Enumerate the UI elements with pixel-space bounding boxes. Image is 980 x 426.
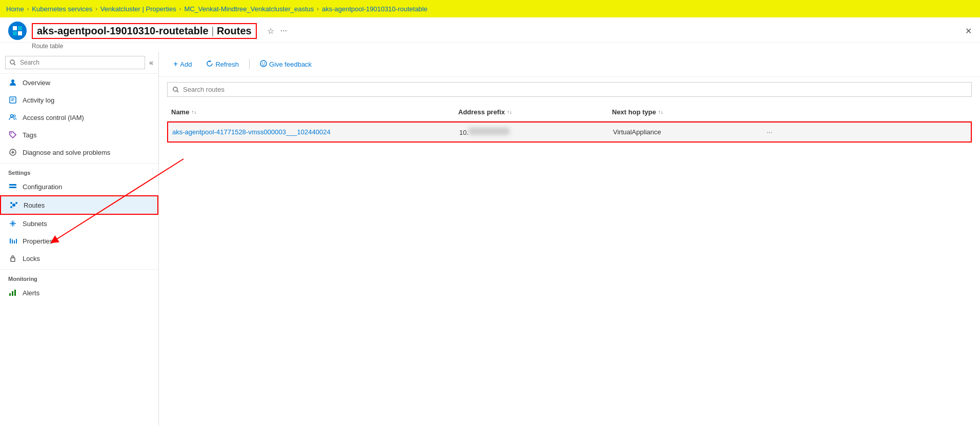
breadcrumb-sep-3: ›	[179, 6, 181, 12]
svg-rect-12	[9, 184, 16, 186]
access-control-icon	[8, 113, 17, 122]
svg-point-28	[264, 63, 265, 64]
main-content: + Add Refresh Give feedback	[159, 52, 980, 426]
svg-rect-2	[13, 31, 17, 35]
sidebar-item-diagnose[interactable]: Diagnose and solve problems	[0, 144, 158, 161]
sidebar-item-tags-label: Tags	[23, 131, 36, 139]
sidebar-item-access-control-label: Access control (IAM)	[23, 114, 84, 121]
sidebar-item-configuration[interactable]: Configuration	[0, 178, 158, 195]
svg-rect-22	[11, 258, 15, 261]
sidebar-item-routes[interactable]: Routes	[0, 195, 158, 215]
add-icon: +	[173, 59, 178, 69]
sidebar-item-properties-label: Properties	[23, 237, 53, 245]
svg-rect-25	[14, 290, 16, 296]
sidebar-item-configuration-label: Configuration	[23, 183, 62, 191]
col-nexthop-header: Next hop type ↑↓	[608, 106, 762, 118]
properties-icon	[8, 236, 17, 246]
sidebar-search-area: «	[0, 52, 158, 74]
alerts-icon	[8, 288, 17, 297]
svg-rect-0	[13, 26, 17, 30]
breadcrumb-aks[interactable]: aks-agentpool-19010310-routetable	[322, 5, 427, 13]
search-routes-area	[167, 82, 972, 97]
breadcrumb: Home › Kubernetes services › Venkatclust…	[0, 0, 980, 17]
locks-icon	[8, 254, 17, 263]
sidebar-item-overview[interactable]: Overview	[0, 74, 158, 91]
svg-rect-21	[16, 239, 17, 244]
sidebar-item-subnets[interactable]: Subnets	[0, 215, 158, 232]
main-layout: « Overview Activity log Access control (…	[0, 52, 980, 426]
sidebar-item-routes-label: Routes	[24, 201, 45, 209]
overview-icon	[8, 78, 17, 87]
toolbar-divider	[249, 59, 250, 69]
svg-rect-3	[18, 31, 22, 35]
svg-point-27	[262, 63, 263, 64]
svg-point-8	[11, 115, 13, 117]
page-title: aks-agentpool-19010310-routetable | Rout…	[37, 25, 252, 37]
svg-point-17	[10, 206, 12, 208]
col-name-header: Name ↑↓	[167, 106, 454, 118]
breadcrumb-kubernetes[interactable]: Kubernetes services	[32, 5, 92, 13]
sidebar-item-activity-log[interactable]: Activity log	[0, 91, 158, 109]
svg-rect-24	[12, 291, 13, 296]
add-button[interactable]: + Add	[167, 57, 198, 71]
header-icons: ☆ ···	[267, 26, 287, 36]
sidebar-item-properties[interactable]: Properties	[0, 232, 158, 250]
settings-section-label: Settings	[0, 163, 158, 178]
svg-point-26	[260, 60, 267, 67]
svg-rect-19	[12, 239, 13, 244]
star-icon[interactable]: ☆	[267, 26, 274, 36]
sort-address-icon[interactable]: ↑↓	[507, 109, 512, 115]
svg-point-15	[10, 202, 12, 204]
sort-name-icon[interactable]: ↑↓	[191, 109, 196, 115]
svg-rect-18	[10, 238, 11, 244]
table-area: Name ↑↓ Address prefix ↑↓ Next hop type …	[159, 77, 980, 426]
search-input[interactable]	[5, 56, 145, 69]
table-header: Name ↑↓ Address prefix ↑↓ Next hop type …	[167, 103, 972, 121]
diagnose-icon	[8, 148, 17, 157]
subnets-icon	[8, 219, 17, 228]
svg-point-14	[12, 204, 15, 207]
svg-point-10	[11, 133, 12, 134]
svg-rect-13	[9, 187, 16, 188]
sidebar-item-subnets-label: Subnets	[23, 220, 47, 228]
ellipsis-icon[interactable]: ···	[280, 26, 287, 35]
page-subtitle: Route table	[0, 43, 980, 50]
routes-icon	[9, 200, 18, 210]
row-name-cell: aks-agentpool-41771528-vmss000003___1024…	[168, 123, 455, 141]
sidebar-item-locks[interactable]: Locks	[0, 250, 158, 267]
route-name-link[interactable]: aks-agentpool-41771528-vmss000003___1024…	[172, 128, 331, 136]
svg-point-9	[13, 115, 15, 117]
page-header: aks-agentpool-19010310-routetable | Rout…	[0, 17, 980, 43]
close-button[interactable]: ✕	[965, 26, 972, 36]
breadcrumb-sep-1: ›	[27, 6, 29, 12]
sort-nexthop-icon[interactable]: ↑↓	[658, 109, 663, 115]
sidebar-item-alerts[interactable]: Alerts	[0, 284, 158, 301]
sidebar-item-diagnose-label: Diagnose and solve problems	[23, 149, 110, 156]
breadcrumb-sep-4: ›	[317, 6, 319, 12]
sidebar-item-alerts-label: Alerts	[23, 289, 39, 297]
col-address-header: Address prefix ↑↓	[454, 106, 608, 118]
row-nexthop-cell: VirtualAppliance	[609, 123, 763, 141]
breadcrumb-home[interactable]: Home	[6, 5, 24, 13]
svg-point-4	[11, 79, 14, 83]
row-address-cell: 10.	[455, 123, 609, 141]
collapse-icon[interactable]: «	[149, 58, 153, 67]
activity-log-icon	[8, 95, 17, 105]
svg-rect-5	[10, 97, 16, 103]
feedback-icon	[260, 60, 267, 69]
sidebar-item-activity-log-label: Activity log	[23, 96, 54, 104]
row-menu-button[interactable]: ···	[763, 123, 971, 141]
sidebar-item-tags[interactable]: Tags	[0, 126, 158, 144]
refresh-button[interactable]: Refresh	[200, 57, 245, 71]
breadcrumb-venkatcluster[interactable]: Venkatcluster | Properties	[100, 5, 176, 13]
breadcrumb-mc[interactable]: MC_Venkat-Mindtree_Venkatcluster_eastus	[184, 5, 314, 13]
svg-point-16	[15, 202, 17, 204]
sidebar-item-locks-label: Locks	[23, 255, 40, 262]
address-value: 10.	[459, 129, 509, 136]
monitoring-section-label: Monitoring	[0, 269, 158, 284]
svg-rect-23	[9, 293, 11, 296]
svg-rect-1	[18, 26, 22, 30]
sidebar-item-access-control[interactable]: Access control (IAM)	[0, 109, 158, 126]
search-routes-input[interactable]	[167, 82, 972, 97]
feedback-button[interactable]: Give feedback	[254, 57, 318, 71]
